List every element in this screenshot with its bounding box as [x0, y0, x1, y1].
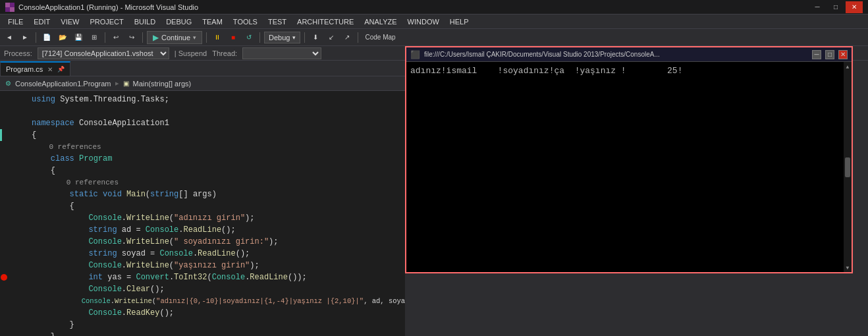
tab-close-button[interactable]: ✕	[45, 65, 55, 74]
scroll-up-button[interactable]: ▲	[844, 63, 851, 70]
menu-debug[interactable]: DEBUG	[161, 14, 197, 28]
code-line-6: class Program	[0, 153, 405, 165]
line-number-13	[8, 236, 26, 248]
maximize-button[interactable]: □	[827, 1, 844, 13]
code-line-14: string soyad = Console.ReadLine();	[0, 248, 405, 260]
line-code-9: static void Main(string[] args)	[26, 188, 405, 200]
line-number-5	[8, 141, 26, 153]
line-code-13: Console.WriteLine(" soyadınızı girin:");	[26, 236, 405, 248]
toolbar-separator-7	[358, 32, 358, 43]
close-button[interactable]: ✕	[846, 1, 863, 13]
code-line-18: Console.WriteLine("adınız|{0,-10}|soyadı…	[0, 295, 405, 307]
tab-program-cs[interactable]: Program.cs ✕ 📌	[0, 61, 70, 76]
breadcrumb-icon: ⚙	[5, 80, 11, 87]
code-line-9: static void Main(string[] args)	[0, 188, 405, 200]
pause-button[interactable]: ⏸	[211, 31, 224, 44]
play-icon: ▶	[153, 33, 159, 42]
svg-rect-0	[5, 3, 10, 7]
new-file-button[interactable]: 📄	[40, 31, 53, 44]
forward-button[interactable]: ►	[18, 31, 32, 44]
breadcrumb-method[interactable]: Main(string[] args)	[133, 80, 192, 88]
menu-edit[interactable]: EDIT	[28, 14, 55, 28]
line-code-1: using System.Threading.Tasks;	[26, 94, 405, 105]
code-line-15: Console.WriteLine("yaşınızı girin");	[0, 260, 405, 271]
menu-view[interactable]: VIEW	[55, 14, 84, 28]
step-over-button[interactable]: ⬇	[309, 31, 322, 44]
menu-architecture[interactable]: ARCHITECTURE	[292, 14, 359, 28]
menu-build[interactable]: BUILD	[129, 14, 161, 28]
console-maximize-button[interactable]: □	[825, 50, 834, 59]
back-button[interactable]: ◄	[3, 31, 16, 44]
line-code-18: Console.WriteLine("adınız|{0,-10}|soyadı…	[26, 295, 405, 307]
restart-button[interactable]: ↺	[242, 31, 256, 44]
line-number-21	[8, 331, 26, 336]
thread-label: Thread:	[212, 49, 237, 57]
menu-analyze[interactable]: ANALYZE	[359, 14, 402, 28]
console-window: ⬛ file:///C:/Users/İsmail ÇAKIR/Document…	[405, 46, 853, 273]
console-scrollbar[interactable]: ▲ ▼	[844, 62, 852, 272]
thread-select[interactable]	[242, 47, 321, 59]
line-number-16	[8, 271, 26, 283]
line-indicator-21	[0, 331, 8, 336]
redo-button[interactable]: ↪	[125, 31, 138, 44]
title-bar-buttons: ─ □ ✕	[809, 1, 863, 13]
open-button[interactable]: 📂	[56, 31, 69, 44]
debug-dropdown-icon: ▾	[292, 34, 296, 41]
menu-tools[interactable]: TOOLS	[228, 14, 263, 28]
toolbar: ◄ ► 📄 📂 💾 ⊞ ↩ ↪ ▶ Continue ▾ ⏸ ■ ↺ Debug…	[0, 29, 868, 46]
console-title-bar: ⬛ file:///C:/Users/İsmail ÇAKIR/Document…	[406, 47, 852, 62]
code-editor[interactable]: using System.Threading.Tasks; namespace …	[0, 91, 405, 336]
scroll-thumb[interactable]	[845, 157, 850, 177]
code-line-5: 0 references	[0, 141, 405, 153]
continue-label: Continue	[161, 34, 190, 42]
step-into-button[interactable]: ↙	[325, 31, 338, 44]
continue-button[interactable]: ▶ Continue ▾	[147, 31, 202, 44]
debug-label: Debug	[269, 34, 290, 42]
process-select[interactable]: [7124] ConsoleApplication1.vshost	[38, 47, 169, 59]
toolbar-separator-6	[304, 32, 305, 43]
menu-project[interactable]: PROJECT	[84, 14, 128, 28]
line-indicator-7	[0, 165, 8, 177]
pin-icon[interactable]: 📌	[57, 66, 65, 72]
console-minimize-button[interactable]: ─	[812, 50, 821, 59]
toolbar-separator-5	[259, 32, 260, 43]
line-number-1	[8, 94, 26, 105]
menu-help[interactable]: HELP	[445, 14, 474, 28]
menu-window[interactable]: WINDOW	[402, 14, 445, 28]
debug-dropdown[interactable]: Debug ▾	[264, 32, 300, 43]
svg-rect-1	[10, 3, 14, 7]
toolbar-separator-4	[206, 32, 207, 43]
line-number-12	[8, 224, 26, 236]
undo-button[interactable]: ↩	[109, 31, 122, 44]
code-line-16: int yas = Convert.ToInt32(Console.ReadLi…	[0, 271, 405, 283]
line-code-7: {	[26, 165, 405, 177]
code-line-7: {	[0, 165, 405, 177]
save-button[interactable]: 💾	[72, 31, 85, 44]
codemap-button[interactable]: Code Map	[362, 31, 398, 44]
suspend-button[interactable]: | Suspend	[175, 49, 207, 57]
scroll-down-button[interactable]: ▼	[844, 264, 851, 271]
stop-button[interactable]: ■	[227, 31, 240, 44]
continue-dropdown-icon[interactable]: ▾	[193, 34, 196, 41]
line-code-10: {	[26, 200, 405, 212]
line-code-12: string ad = Console.ReadLine();	[26, 224, 405, 236]
code-breadcrumb: ⚙ ConsoleApplication1.Program ▸ ▣ Main(s…	[0, 76, 405, 91]
console-close-button[interactable]: ✕	[838, 50, 848, 59]
minimize-button[interactable]: ─	[809, 1, 826, 13]
menu-file[interactable]: FILE	[3, 14, 28, 28]
breadcrumb-namespace[interactable]: ConsoleApplication1.Program	[15, 80, 111, 88]
menu-test[interactable]: TEST	[263, 14, 292, 28]
svg-rect-2	[5, 7, 10, 12]
line-code-21: }	[26, 331, 405, 336]
step-out-button[interactable]: ↗	[340, 31, 354, 44]
code-line-19: Console.ReadKey();	[0, 307, 405, 319]
line-indicator-19	[0, 307, 8, 319]
save-all-button[interactable]: ⊞	[88, 31, 101, 44]
menu-team[interactable]: TEAM	[197, 14, 228, 28]
line-indicator-8	[0, 177, 8, 188]
line-code-16: int yas = Convert.ToInt32(Console.ReadLi…	[26, 271, 405, 283]
code-line-13: Console.WriteLine(" soyadınızı girin:");	[0, 236, 405, 248]
breakpoint-16[interactable]	[1, 274, 7, 281]
line-indicator-10	[0, 200, 8, 212]
line-number-8	[8, 177, 26, 188]
